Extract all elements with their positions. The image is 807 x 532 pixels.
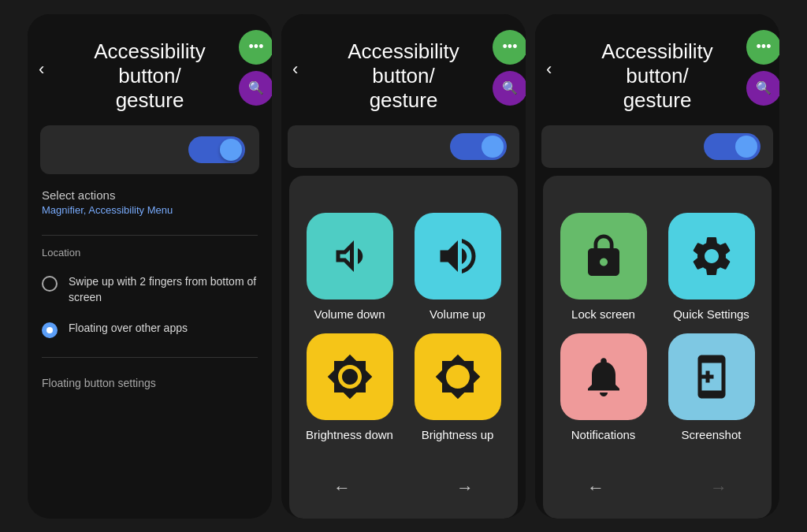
- volume-up-icon-bg: [415, 213, 501, 299]
- action-item-notifications[interactable]: Notifications: [556, 333, 651, 441]
- screen1-title: Accessibility button/gesture: [42, 39, 258, 113]
- screen3-title: Accessibility button/gesture: [549, 39, 765, 113]
- action-item-quick-settings[interactable]: Quick Settings: [664, 213, 759, 321]
- volume-up-icon: [434, 233, 482, 280]
- screen1-fab-green[interactable]: •••: [239, 30, 272, 65]
- radio-circle-swipe: [42, 276, 58, 292]
- toggle-track[interactable]: [188, 136, 245, 163]
- divider2: [42, 357, 258, 358]
- volume-down-label: Volume down: [314, 307, 385, 321]
- radio-text-floating: Floating over other apps: [69, 321, 188, 337]
- brightness-up-icon: [434, 353, 482, 400]
- magnify-icon: 🔍: [248, 80, 264, 95]
- screen2-nav-left[interactable]: ←: [333, 478, 351, 498]
- toggle-thumb: [220, 139, 242, 161]
- screen2-toggle[interactable]: [450, 133, 507, 160]
- phone-screen-2: ‹ Accessibility button/gesture ••• 🔍: [281, 14, 526, 519]
- notifications-icon: [580, 353, 627, 400]
- screen3-header: ‹ Accessibility button/gesture ••• 🔍: [535, 14, 779, 126]
- brightness-up-icon-bg: [415, 333, 501, 420]
- quick-settings-label: Quick Settings: [673, 307, 749, 321]
- screen2-action-panel: Volume down Volume up: [289, 176, 518, 518]
- screenshot-label: Screenshot: [682, 428, 742, 441]
- notifications-icon-bg: [560, 333, 647, 420]
- brightness-down-label: Brightness down: [306, 428, 393, 441]
- screen2-nav-right[interactable]: →: [456, 478, 474, 498]
- screen2-fab-container: ••• 🔍: [493, 30, 526, 106]
- screen3-fab-green[interactable]: •••: [746, 30, 779, 65]
- screen3-nav-right: →: [710, 478, 727, 498]
- radio-circle-floating: [42, 322, 58, 338]
- quick-settings-icon: [688, 233, 735, 280]
- screen3-nav-left[interactable]: ←: [587, 478, 604, 498]
- screen1-back-arrow[interactable]: ‹: [39, 59, 44, 80]
- screen3-nav-arrows: ← →: [556, 467, 759, 506]
- dots-icon-3: •••: [757, 39, 772, 55]
- screen1-fab-purple[interactable]: 🔍: [239, 71, 272, 106]
- screen2-toggle-thumb: [482, 136, 504, 158]
- magnify-icon-3: 🔍: [756, 80, 772, 95]
- screen1-fab-container: ••• 🔍: [239, 30, 272, 106]
- phone-screen-3: ‹ Accessibility button/gesture ••• 🔍: [535, 14, 779, 519]
- screen3-fab-container: ••• 🔍: [746, 30, 779, 106]
- select-actions-section: Select actions Magnifier, Accessibility …: [28, 174, 272, 224]
- phone-screen-1: ‹ Accessibility button/gesture ••• 🔍 Sel…: [28, 14, 272, 519]
- action-item-screenshot[interactable]: Screenshot: [664, 333, 759, 441]
- action-item-brightness-up[interactable]: Brightness up: [410, 333, 505, 441]
- screen2-title: Accessibility button/gesture: [296, 39, 511, 113]
- screen2-back-arrow[interactable]: ‹: [292, 59, 298, 80]
- brightness-down-icon-bg: [307, 333, 393, 420]
- magnify-icon-2: 🔍: [502, 80, 518, 95]
- action-item-lock-screen[interactable]: Lock screen: [556, 213, 651, 321]
- screen1-header: ‹ Accessibility button/gesture ••• 🔍: [28, 14, 272, 126]
- screen1-toggle-area: [40, 125, 259, 174]
- radio-option-swipe[interactable]: Swipe up with 2 fingers from bottom of s…: [28, 266, 272, 313]
- divider1: [42, 235, 258, 236]
- dots-icon-2: •••: [503, 39, 518, 55]
- select-actions-label: Select actions: [42, 188, 258, 202]
- screen2-action-grid: Volume down Volume up: [302, 188, 505, 466]
- screen2-toggle-bar: [288, 125, 519, 168]
- screens-container: ‹ Accessibility button/gesture ••• 🔍 Sel…: [20, 6, 787, 526]
- location-label: Location: [28, 247, 272, 266]
- screenshot-icon: [688, 353, 735, 400]
- quick-settings-icon-bg: [668, 213, 755, 299]
- notifications-label: Notifications: [571, 428, 636, 441]
- radio-option-floating[interactable]: Floating over other apps: [28, 313, 272, 346]
- screen3-toggle-thumb: [735, 136, 757, 158]
- action-item-volume-up[interactable]: Volume up: [410, 213, 505, 321]
- volume-down-icon-bg: [307, 213, 393, 299]
- lock-screen-icon: [580, 233, 627, 280]
- action-item-brightness-down[interactable]: Brightness down: [302, 333, 397, 441]
- screen3-toggle[interactable]: [704, 133, 761, 160]
- select-actions-sub[interactable]: Magnifier, Accessibility Menu: [42, 204, 258, 216]
- brightness-down-icon: [326, 353, 374, 400]
- volume-up-label: Volume up: [430, 307, 485, 321]
- lock-screen-label: Lock screen: [571, 307, 635, 321]
- screen2-fab-purple[interactable]: 🔍: [493, 71, 526, 106]
- screen3-back-arrow[interactable]: ‹: [546, 59, 552, 80]
- screen2-nav-arrows: ← →: [302, 467, 505, 506]
- screen3-fab-purple[interactable]: 🔍: [746, 71, 779, 106]
- floating-btn-settings-label[interactable]: Floating button settings: [28, 369, 272, 397]
- screen2-header: ‹ Accessibility button/gesture ••• 🔍: [281, 14, 526, 126]
- lock-screen-icon-bg: [560, 213, 647, 299]
- screen3-toggle-bar: [541, 125, 773, 168]
- action-item-volume-down[interactable]: Volume down: [302, 213, 397, 321]
- screen2-fab-green[interactable]: •••: [493, 30, 526, 65]
- screenshot-icon-bg: [668, 333, 755, 420]
- volume-down-icon: [326, 233, 374, 280]
- dots-icon: •••: [249, 39, 264, 55]
- screen3-action-grid: Lock screen Quick Settings: [556, 188, 759, 466]
- radio-text-swipe: Swipe up with 2 fingers from bottom of s…: [69, 274, 258, 305]
- screen3-action-panel: Lock screen Quick Settings: [543, 176, 772, 518]
- brightness-up-label: Brightness up: [422, 428, 494, 441]
